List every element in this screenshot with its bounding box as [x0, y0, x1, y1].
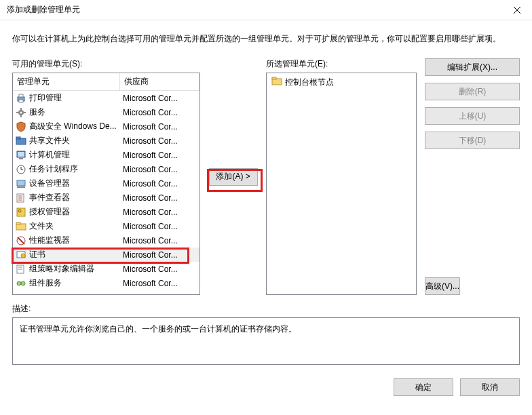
svg-rect-10 [24, 112, 26, 113]
item-name: 打印管理 [29, 92, 123, 104]
list-item[interactable]: 任务计划程序Microsoft Cor... [13, 162, 200, 176]
svg-rect-20 [17, 186, 25, 188]
list-item[interactable]: 组件服务Microsoft Cor... [13, 276, 200, 290]
description-label: 描述: [12, 303, 520, 315]
item-name: 组件服务 [29, 277, 123, 289]
svg-rect-15 [19, 158, 23, 159]
item-vendor: Microsoft Cor... [123, 136, 197, 146]
printer-icon [16, 93, 26, 104]
policy-icon [16, 264, 26, 275]
available-snapins-list[interactable]: 管理单元 供应商 打印管理Microsoft Cor...服务Microsoft… [12, 73, 200, 295]
device-icon [16, 178, 26, 189]
item-vendor: Microsoft Cor... [123, 122, 197, 132]
perf-icon [16, 235, 26, 246]
shield-icon [16, 121, 26, 132]
close-button[interactable] [501, 0, 532, 20]
list-item[interactable]: 设备管理器Microsoft Cor... [13, 176, 200, 191]
advanced-button[interactable]: 高级(V)... [425, 277, 460, 295]
remove-button[interactable]: 删除(R) [425, 83, 520, 100]
event-icon [16, 193, 26, 203]
item-name: 授权管理器 [29, 206, 123, 218]
item-vendor: Microsoft Cor... [123, 279, 197, 288]
selected-label: 所选管理单元(E): [266, 58, 417, 70]
list-item[interactable]: 服务Microsoft Cor... [13, 105, 200, 119]
item-name: 事件查看器 [29, 192, 123, 203]
item-vendor: Microsoft Cor... [123, 236, 197, 245]
selected-snapins-tree[interactable]: 控制台根节点 [266, 73, 417, 295]
console-root-node[interactable]: 控制台根节点 [269, 75, 414, 89]
ok-button[interactable]: 确定 [394, 378, 453, 396]
item-vendor: Microsoft Cor... [123, 222, 197, 231]
svg-rect-25 [17, 208, 25, 216]
list-item[interactable]: 事件查看器Microsoft Cor... [13, 191, 200, 205]
list-header[interactable]: 管理单元 供应商 [13, 73, 200, 91]
svg-rect-8 [20, 115, 22, 117]
item-vendor: Microsoft Cor... [123, 193, 197, 203]
item-vendor: Microsoft Cor... [123, 165, 197, 174]
description-text: 证书管理单元允许你浏览自己的、一个服务的或一台计算机的证书存储内容。 [20, 324, 297, 334]
list-item[interactable]: 组策略对象编辑器Microsoft Cor... [13, 262, 200, 276]
svg-rect-39 [272, 77, 276, 79]
intro-text: 你可以在计算机上为此控制台选择可用的管理单元并配置所选的一组管理单元。对于可扩展… [12, 33, 520, 45]
svg-rect-19 [17, 180, 25, 186]
cert-icon [16, 250, 26, 260]
item-vendor: Microsoft Cor... [123, 108, 197, 117]
svg-rect-14 [18, 152, 24, 157]
edit-extensions-button[interactable]: 编辑扩展(X)... [425, 58, 520, 76]
item-name: 性能监视器 [29, 235, 123, 246]
list-item[interactable]: 打印管理Microsoft Cor... [13, 91, 200, 105]
list-item[interactable]: 共享文件夹Microsoft Cor... [13, 134, 200, 148]
add-button[interactable]: 添加(A) > [209, 168, 258, 186]
move-down-button[interactable]: 下移(D) [425, 132, 520, 149]
svg-point-37 [21, 281, 25, 285]
item-name: 文件夹 [29, 220, 123, 232]
svg-rect-4 [19, 100, 23, 102]
list-item[interactable]: 计算机管理Microsoft Cor... [13, 148, 200, 162]
item-name: 任务计划程序 [29, 163, 123, 175]
list-item[interactable]: 性能监视器Microsoft Cor... [13, 233, 200, 248]
list-item[interactable]: 授权管理器Microsoft Cor... [13, 205, 200, 219]
titlebar: 添加或删除管理单元 [0, 0, 532, 20]
item-name: 共享文件夹 [29, 135, 123, 146]
root-node-label: 控制台根节点 [285, 77, 334, 88]
item-name: 高级安全 Windows De... [29, 121, 123, 132]
clock-icon [16, 164, 26, 175]
folder-icon [271, 76, 282, 89]
item-vendor: Microsoft Cor... [123, 250, 197, 260]
item-name: 组策略对象编辑器 [29, 263, 123, 275]
window-title: 添加或删除管理单元 [7, 4, 80, 16]
computer-icon [16, 150, 26, 161]
cancel-button[interactable]: 取消 [460, 378, 520, 396]
item-name: 计算机管理 [29, 149, 123, 161]
item-name: 服务 [29, 106, 123, 118]
svg-rect-9 [16, 112, 18, 113]
svg-point-32 [21, 254, 25, 258]
list-item[interactable]: 高级安全 Windows De...Microsoft Cor... [13, 119, 200, 134]
svg-rect-7 [20, 108, 22, 110]
description-box: 证书管理单元允许你浏览自己的、一个服务的或一台计算机的证书存储内容。 [12, 317, 520, 365]
svg-point-6 [20, 111, 22, 113]
close-icon [514, 7, 520, 14]
svg-rect-12 [16, 137, 20, 139]
item-vendor: Microsoft Cor... [123, 264, 197, 274]
item-name: 证书 [29, 249, 123, 260]
svg-rect-28 [16, 222, 20, 224]
folder-plain-icon [16, 221, 26, 232]
component-icon [16, 278, 26, 289]
item-vendor: Microsoft Cor... [123, 151, 197, 160]
item-vendor: Microsoft Cor... [123, 179, 197, 189]
svg-point-36 [17, 281, 21, 285]
folder-icon [16, 136, 26, 146]
item-vendor: Microsoft Cor... [123, 208, 197, 217]
gear-icon [16, 107, 26, 118]
item-vendor: Microsoft Cor... [123, 94, 197, 103]
column-name[interactable]: 管理单元 [13, 73, 120, 90]
list-item[interactable]: 证书Microsoft Cor... [13, 248, 200, 262]
list-item[interactable]: 文件夹Microsoft Cor... [13, 219, 200, 233]
move-up-button[interactable]: 上移(U) [425, 107, 520, 125]
column-vendor[interactable]: 供应商 [120, 73, 200, 90]
key-icon [16, 207, 26, 218]
svg-rect-3 [19, 94, 23, 97]
available-label: 可用的管理单元(S): [12, 58, 200, 70]
item-name: 设备管理器 [29, 178, 123, 189]
